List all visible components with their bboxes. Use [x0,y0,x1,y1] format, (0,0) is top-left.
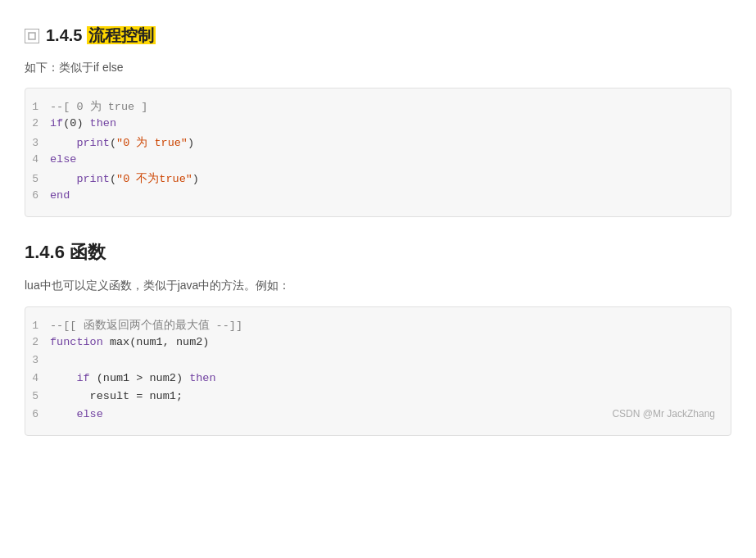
section-145-header: 1.4.5 流程控制 [25,25,731,47]
code-content: end [50,189,731,202]
line-number: 4 [25,153,50,166]
line-number: 5 [25,390,50,402]
builtin-token: print [76,173,110,185]
section-145-title: 1.4.5 流程控制 [46,25,156,47]
builtin-token: print [76,137,110,149]
code-content: print("0 不为true") [50,171,731,186]
code-content: function max(num1, num2) [50,336,731,348]
page-wrapper: 1.4.5 流程控制 如下：类似于if else 1 --[ 0 为 true … [25,25,731,436]
section-145-description: 如下：类似于if else [25,58,731,76]
section-146-header: 1.4.6 函数 [25,240,731,265]
plain-token: max(num1, num2) [103,336,210,348]
line-number: 6 [25,189,50,202]
line-number: 1 [25,101,50,113]
code-content: else [50,153,731,166]
code-content: if(0) then [50,117,731,129]
keyword-token: else [50,153,76,166]
code-line: 3 [25,353,731,371]
code-line: 2 if(0) then [25,116,731,134]
plain-token: ( [110,137,116,149]
line-number: 2 [25,336,50,348]
svg-rect-0 [29,33,35,39]
plain-token: ) [188,137,194,149]
section-145-icon [25,29,39,43]
code-content: if (num1 > num2) then [50,372,731,384]
line-number: 6 [25,408,50,420]
code-content: result = num1; [50,390,731,402]
code-line: 2 function max(num1, num2) [25,335,731,353]
code-content [50,354,731,366]
plain-token: (0) [63,117,89,129]
code-line: 4 else [25,152,731,170]
string-token: "0 不为true" [116,173,192,185]
keyword-token: then [90,117,116,129]
code-content: --[ 0 为 true ] [50,99,731,114]
keyword-token: if [50,117,63,129]
comment-token: --[ 0 为 true ] [50,101,147,113]
code-line: 6 end [25,188,731,206]
line-number: 3 [25,354,50,366]
line-number: 4 [25,372,50,384]
code-line: 4 if (num1 > num2) then [25,371,731,389]
watermark: CSDN @Mr JackZhang [612,408,715,420]
plain-token: (num1 > num2) [90,372,190,384]
code-line: 1 --[[ 函数返回两个值的最大值 --]] [25,317,731,335]
section-146-description: lua中也可以定义函数，类似于java中的方法。例如： [25,276,731,294]
keyword-token: then [189,372,215,384]
line-number: 2 [25,117,50,129]
section-145-highlight: 流程控制 [87,26,156,44]
code-content: --[[ 函数返回两个值的最大值 --]] [50,318,731,333]
code-line: 5 print("0 不为true") [25,170,731,188]
code-line: 5 result = num1; [25,389,731,407]
plain-token: ) [192,173,199,185]
line-number: 1 [25,320,50,332]
keyword-token: function [50,336,103,348]
code-content: print("0 为 true") [50,135,731,150]
comment-token: --[[ 函数返回两个值的最大值 --]] [50,320,242,332]
section-145-code: 1 --[ 0 为 true ] 2 if(0) then 3 print("0… [25,88,731,217]
keyword-token: end [50,189,70,202]
keyword-token: else [76,408,102,420]
section-146-title: 1.4.6 函数 [25,240,106,265]
code-line: 1 --[ 0 为 true ] [25,98,731,116]
string-token: "0 为 true" [116,137,188,149]
line-number: 3 [25,137,50,149]
plain-token: ( [110,173,116,185]
line-number: 5 [25,173,50,185]
keyword-token: if [76,372,89,384]
code-line: 3 print("0 为 true") [25,134,731,152]
